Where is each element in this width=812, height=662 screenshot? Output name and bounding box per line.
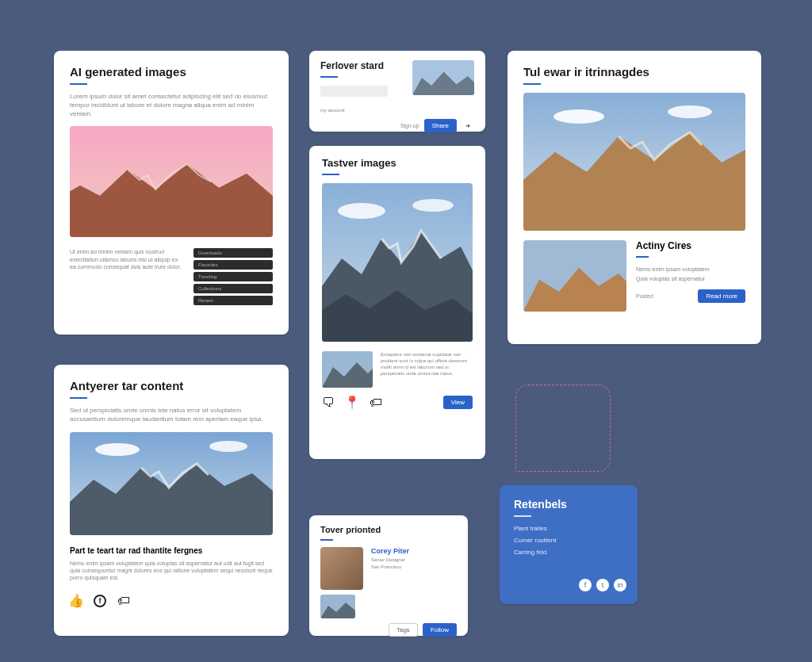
card-blurb: Lorem ipsum dolor sit amet consectetur a…: [70, 93, 273, 118]
meta-text: my account: [320, 108, 474, 113]
share-button[interactable]: Share: [424, 119, 457, 132]
svg-point-11: [95, 443, 140, 456]
thumbnail-sunset-peak: [523, 240, 626, 312]
card-title: AI generated images: [70, 65, 273, 78]
accent-bar: [70, 397, 87, 399]
social-icon[interactable]: t: [596, 579, 609, 591]
line-item[interactable]: Plant trailes: [514, 525, 623, 532]
hero-image-blue-mountain: [70, 432, 273, 535]
subheading: Part te teart tar rad thantite fergnes: [70, 546, 273, 555]
follow-button[interactable]: Follow: [423, 623, 457, 637]
sub-blurb: Nemo enim ipsam voluptatem quia voluptas…: [70, 560, 273, 582]
list-item[interactable]: Favorites: [193, 260, 273, 270]
card-title: Tastver images: [322, 157, 473, 169]
card-wide-right: Tul ewar ir itrinnagdes Actiny Cires Nem…: [508, 51, 761, 344]
svg-point-4: [412, 199, 454, 212]
hero-image-golden-mountain: [523, 93, 745, 231]
list-item[interactable]: Collections: [193, 284, 273, 293]
tag-icon[interactable]: 🏷: [370, 396, 382, 409]
card-blue-retenbels: Retenbels Plant trailes Comer routtent C…: [500, 485, 638, 604]
placeholder-text: [320, 86, 388, 97]
side-line: Nemo enim ipsam voluptatem: [636, 266, 745, 273]
line-item[interactable]: Comer routtent: [514, 537, 623, 544]
social-icon[interactable]: f: [579, 579, 592, 591]
view-button[interactable]: View: [443, 396, 473, 409]
tag-pill[interactable]: Tags: [389, 623, 418, 637]
svg-point-8: [668, 105, 712, 118]
list-item[interactable]: Downloads: [193, 248, 273, 258]
sidebar-list: Downloads Favorites Trending Collections…: [193, 248, 273, 305]
accent-bar: [70, 83, 87, 85]
card-ai-generated: AI generated images Lorem ipsum dolor si…: [54, 51, 289, 335]
card-title: Tover prionted: [320, 525, 457, 534]
svg-point-7: [553, 109, 604, 124]
posted-label: Posted: [636, 293, 653, 300]
chat-icon[interactable]: 🗨: [322, 396, 335, 409]
card-profile: Tover prionted Corey Piter Senior Design…: [309, 515, 468, 636]
arrow-icon[interactable]: ➜: [462, 120, 474, 132]
signup-link[interactable]: Sign up: [400, 123, 419, 128]
list-item[interactable]: Recent: [193, 296, 273, 305]
card-blurb: Sed ut perspiciatis unde omnis iste natu…: [70, 407, 273, 424]
card-tall-images: Tastver images Excepteur sint occaecat c…: [309, 146, 485, 459]
card-title: Tul ewar ir itrinnagdes: [523, 65, 745, 78]
pin-icon[interactable]: 📍: [346, 396, 358, 409]
circle-f-icon[interactable]: f: [94, 595, 106, 607]
hero-image-rocky-mountain: [322, 183, 473, 342]
thumbnail-mountain-tiny: [320, 595, 355, 618]
accent-bar: [322, 174, 339, 175]
side-title: Actiny Cires: [636, 240, 745, 251]
speech-bubble-outline: [515, 385, 611, 472]
card-featured-small: Ferlover stard my account Sign up Share …: [309, 51, 485, 132]
card-title: Retenbels: [514, 498, 623, 511]
profile-line: Senior Designer: [371, 557, 457, 562]
profile-line: San Francisco: [371, 564, 457, 569]
read-more-button[interactable]: Read more: [698, 289, 745, 303]
avatar: [320, 547, 363, 590]
accent-bar: [320, 539, 333, 541]
tag-icon[interactable]: 🏷: [117, 595, 130, 607]
list-item[interactable]: Trending: [193, 272, 273, 281]
accent-bar: [514, 515, 531, 517]
card-title: Antyerer tar content: [70, 379, 273, 392]
line-item[interactable]: Carring feld: [514, 549, 623, 556]
thumbs-up-icon[interactable]: 👍: [70, 595, 82, 607]
thumbnail-mountain-small: [322, 351, 373, 388]
hero-image-sunset-mountain: [70, 126, 273, 237]
social-icon[interactable]: in: [614, 579, 626, 591]
card-content-bottom: Antyerer tar content Sed ut perspiciatis…: [54, 365, 289, 636]
accent-bar: [320, 76, 338, 78]
profile-name[interactable]: Corey Piter: [371, 547, 457, 555]
svg-point-3: [338, 203, 385, 219]
accent-bar: [523, 83, 541, 85]
svg-point-12: [209, 441, 247, 452]
card-title: Ferlover stard: [320, 60, 404, 71]
lower-blurb: Ut enim ad minim veniam quis nostrud exe…: [70, 248, 184, 297]
accent-bar: [636, 256, 649, 258]
sub-blurb: Excepteur sint occaecat cupidatat non pr…: [381, 351, 473, 380]
thumbnail-mountain: [412, 60, 474, 95]
side-line: Quia voluptas sit aspernatur: [636, 275, 745, 282]
